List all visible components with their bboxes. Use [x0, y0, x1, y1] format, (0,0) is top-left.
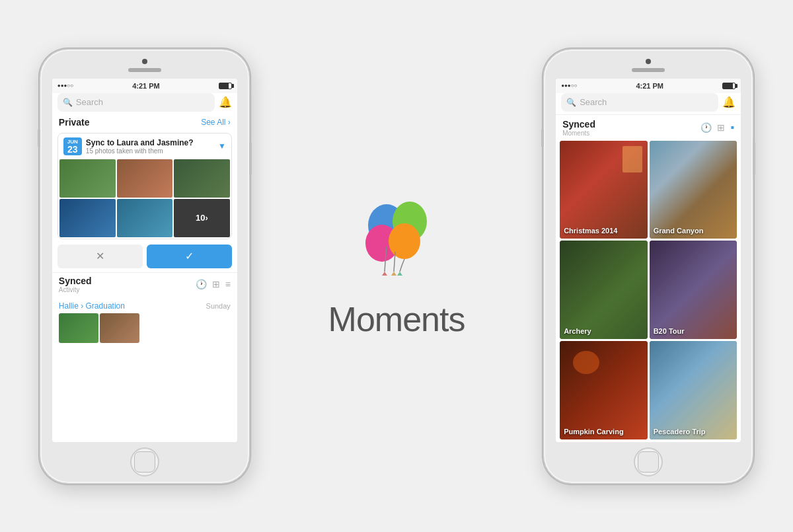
home-inner-right: [638, 451, 659, 473]
screen-left: ●●●○○ 4:21 PM 🔍 Search 🔔 Private See All…: [52, 79, 237, 442]
photo-cell-2: [117, 159, 173, 198]
synced-title-block: Synced Activity: [59, 276, 92, 293]
tile-view-icon-right[interactable]: ▪: [730, 122, 734, 133]
svg-point-3: [389, 223, 420, 259]
moment-b20-tour[interactable]: B20 Tour: [650, 241, 737, 339]
svg-marker-5: [391, 272, 397, 276]
search-icon-right: 🔍: [566, 98, 576, 107]
signal-left: ●●●○○: [57, 83, 73, 89]
svg-marker-6: [397, 272, 402, 276]
sync-info: Sync to Laura and Jasmine? 15 photos tak…: [86, 138, 214, 155]
svg-marker-4: [382, 272, 387, 276]
home-button-right[interactable]: [634, 447, 663, 476]
confirm-button[interactable]: ✓: [147, 245, 232, 268]
signal-right: ●●●○○: [561, 83, 577, 89]
battery-right: [722, 83, 736, 89]
screen-right: ●●●○○ 4:21 PM 🔍 Search 🔔 Synced Moments: [556, 79, 741, 442]
search-placeholder-left: Search: [76, 97, 103, 107]
camera-dot-left: [142, 59, 147, 64]
action-row: ✕ ✓: [57, 245, 232, 268]
clock-view-icon-right[interactable]: 🕐: [700, 122, 712, 133]
search-bar-left[interactable]: 🔍 Search: [57, 93, 215, 112]
phone-top-right: [544, 50, 753, 72]
moment-pumpkin-carving[interactable]: Pumpkin Carving: [560, 341, 648, 439]
sync-card-header: JUN 23 Sync to Laura and Jasmine? 15 pho…: [58, 133, 231, 159]
synced-header-right: Synced Moments 🕐 ⊞ ▪: [562, 119, 734, 137]
photo-cell-3: [174, 159, 230, 198]
search-icon-left: 🔍: [63, 98, 73, 107]
moment-pescadero-trip[interactable]: Pescadero Trip: [650, 341, 737, 439]
thumb-1: [59, 313, 98, 343]
list-view-icon[interactable]: ≡: [225, 279, 231, 289]
search-bar-right[interactable]: 🔍 Search: [561, 93, 718, 112]
moments-logo-text: Moments: [328, 299, 465, 339]
moment-label-pumpkin: Pumpkin Carving: [564, 428, 623, 436]
thumb-2: [100, 313, 139, 343]
cancel-button[interactable]: ✕: [57, 245, 143, 268]
private-title: Private: [59, 117, 90, 128]
grid-view-icon[interactable]: ⊞: [212, 279, 220, 289]
photo-cell-4: [59, 199, 116, 237]
photo-cell-5: [117, 199, 173, 237]
phone-top-left: [40, 50, 249, 72]
clock-view-icon[interactable]: 🕐: [196, 279, 207, 289]
moment-label-b20: B20 Tour: [654, 327, 685, 335]
time-left: 4:21 PM: [132, 82, 160, 90]
date-badge: JUN 23: [63, 137, 82, 155]
moment-label-canyon: Grand Canyon: [654, 227, 704, 235]
bell-icon-left[interactable]: 🔔: [219, 96, 232, 108]
speaker-right: [632, 68, 665, 72]
synced-title-left: Synced: [59, 276, 92, 286]
synced-right-header: Synced Moments 🕐 ⊞ ▪: [556, 114, 741, 138]
sync-dropdown-icon[interactable]: ▼: [218, 141, 226, 151]
photo-cell-count: 10›: [174, 199, 230, 237]
status-bar-left: ●●●○○ 4:21 PM: [52, 79, 237, 93]
moments-grid: Christmas 2014 Grand Canyon Archery B20 …: [556, 138, 741, 442]
photo-grid: 10›: [58, 159, 231, 239]
search-placeholder-right: Search: [580, 97, 607, 107]
center-logo: Moments: [328, 194, 465, 339]
balloons-svg: [357, 194, 436, 286]
private-section-header: Private See All ›: [52, 114, 237, 130]
activity-day: Sunday: [206, 302, 231, 310]
see-all-button[interactable]: See All ›: [201, 118, 231, 127]
search-row-right: 🔍 Search 🔔: [556, 93, 741, 114]
phone-right: ●●●○○ 4:21 PM 🔍 Search 🔔 Synced Moments: [543, 48, 754, 484]
synced-section-left: Synced Activity 🕐 ⊞ ≡: [52, 272, 237, 296]
activity-thumbs: [52, 313, 237, 343]
moment-grand-canyon[interactable]: Grand Canyon: [650, 141, 737, 239]
home-inner-left: [134, 451, 155, 473]
sync-title: Sync to Laura and Jasmine?: [86, 138, 214, 147]
moment-label-pescadero: Pescadero Trip: [654, 428, 706, 436]
home-button-left[interactable]: [130, 447, 159, 476]
date-day: 23: [67, 145, 78, 154]
speaker-left: [128, 68, 161, 72]
battery-left: [219, 83, 232, 89]
moment-label-christmas: Christmas 2014: [564, 227, 617, 235]
sync-card: JUN 23 Sync to Laura and Jasmine? 15 pho…: [57, 133, 232, 239]
status-bar-right: ●●●○○ 4:21 PM: [556, 79, 741, 93]
time-right: 4:21 PM: [636, 82, 663, 90]
sync-subtitle: 15 photos taken with them: [86, 147, 214, 155]
bell-icon-right[interactable]: 🔔: [722, 96, 736, 108]
phone-left: ●●●○○ 4:21 PM 🔍 Search 🔔 Private See All…: [39, 48, 250, 484]
activity-names: Hallie › Graduation: [59, 301, 125, 311]
moment-archery[interactable]: Archery: [560, 241, 648, 339]
synced-subtitle-left: Activity: [59, 286, 92, 293]
search-row-left: 🔍 Search 🔔: [52, 93, 237, 114]
camera-dot-right: [646, 59, 651, 64]
moment-label-archery: Archery: [564, 327, 591, 335]
moment-christmas[interactable]: Christmas 2014: [560, 141, 648, 239]
activity-item[interactable]: Hallie › Graduation Sunday: [52, 296, 237, 313]
grid-view-icon-right[interactable]: ⊞: [717, 122, 725, 133]
synced-title-right: Synced: [562, 119, 595, 130]
synced-subtitle-right: Moments: [562, 130, 595, 137]
synced-header-left: Synced Activity 🕐 ⊞ ≡: [59, 276, 231, 293]
photo-cell-1: [59, 159, 116, 198]
synced-icons-right: 🕐 ⊞ ▪: [700, 122, 734, 133]
synced-icons-left: 🕐 ⊞ ≡: [196, 279, 231, 289]
synced-title-block-right: Synced Moments: [562, 119, 595, 137]
